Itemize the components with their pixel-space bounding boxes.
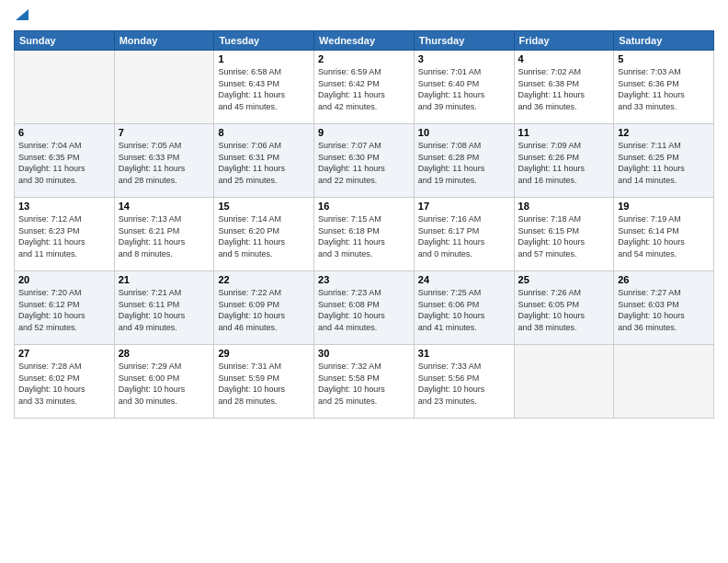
day-info: Sunrise: 7:28 AM Sunset: 6:02 PM Dayligh… [18, 361, 110, 407]
day-number: 5 [618, 53, 710, 64]
day-info: Sunrise: 7:19 AM Sunset: 6:14 PM Dayligh… [618, 213, 710, 259]
calendar-cell: 20Sunrise: 7:20 AM Sunset: 6:12 PM Dayli… [15, 271, 115, 345]
calendar-cell: 13Sunrise: 7:12 AM Sunset: 6:23 PM Dayli… [15, 198, 115, 271]
day-number: 6 [18, 127, 110, 138]
calendar-cell: 26Sunrise: 7:27 AM Sunset: 6:03 PM Dayli… [614, 271, 714, 345]
calendar-cell: 2Sunrise: 6:59 AM Sunset: 6:42 PM Daylig… [314, 51, 415, 124]
day-number: 12 [618, 127, 710, 138]
day-info: Sunrise: 7:21 AM Sunset: 6:11 PM Dayligh… [119, 287, 210, 333]
calendar-row-1: 1Sunrise: 6:58 AM Sunset: 6:43 PM Daylig… [15, 51, 714, 124]
day-info: Sunrise: 7:16 AM Sunset: 6:17 PM Dayligh… [418, 213, 510, 259]
calendar-row-3: 13Sunrise: 7:12 AM Sunset: 6:23 PM Dayli… [15, 198, 714, 271]
day-info: Sunrise: 7:23 AM Sunset: 6:08 PM Dayligh… [318, 287, 410, 333]
day-number: 1 [218, 53, 310, 64]
day-number: 22 [218, 274, 310, 285]
day-number: 29 [218, 348, 310, 359]
day-number: 11 [518, 127, 610, 138]
calendar-cell: 14Sunrise: 7:13 AM Sunset: 6:21 PM Dayli… [114, 198, 214, 271]
calendar-cell: 11Sunrise: 7:09 AM Sunset: 6:26 PM Dayli… [514, 124, 614, 198]
calendar-cell: 31Sunrise: 7:33 AM Sunset: 5:56 PM Dayli… [414, 345, 514, 419]
day-info: Sunrise: 7:12 AM Sunset: 6:23 PM Dayligh… [18, 213, 110, 259]
calendar-cell: 23Sunrise: 7:23 AM Sunset: 6:08 PM Dayli… [314, 271, 415, 345]
day-number: 30 [318, 348, 410, 359]
day-info: Sunrise: 7:03 AM Sunset: 6:36 PM Dayligh… [618, 66, 710, 112]
calendar-cell [15, 51, 115, 124]
calendar-cell: 15Sunrise: 7:14 AM Sunset: 6:20 PM Dayli… [214, 198, 314, 271]
calendar-cell: 1Sunrise: 6:58 AM Sunset: 6:43 PM Daylig… [214, 51, 314, 124]
calendar-cell: 24Sunrise: 7:25 AM Sunset: 6:06 PM Dayli… [414, 271, 514, 345]
calendar-row-2: 6Sunrise: 7:04 AM Sunset: 6:35 PM Daylig… [15, 124, 714, 198]
day-info: Sunrise: 7:01 AM Sunset: 6:40 PM Dayligh… [418, 66, 510, 112]
weekday-header-row: SundayMondayTuesdayWednesdayThursdayFrid… [15, 31, 714, 51]
weekday-header-sunday: Sunday [15, 31, 115, 51]
logo [14, 9, 28, 23]
day-number: 2 [318, 53, 410, 64]
day-info: Sunrise: 7:15 AM Sunset: 6:18 PM Dayligh… [318, 213, 410, 259]
day-number: 26 [618, 274, 710, 285]
day-number: 28 [119, 348, 210, 359]
day-info: Sunrise: 7:09 AM Sunset: 6:26 PM Dayligh… [518, 140, 610, 186]
calendar-cell: 3Sunrise: 7:01 AM Sunset: 6:40 PM Daylig… [414, 51, 514, 124]
day-info: Sunrise: 7:14 AM Sunset: 6:20 PM Dayligh… [218, 213, 310, 259]
day-info: Sunrise: 7:02 AM Sunset: 6:38 PM Dayligh… [518, 66, 610, 112]
calendar-cell: 30Sunrise: 7:32 AM Sunset: 5:58 PM Dayli… [314, 345, 415, 419]
calendar-cell [114, 51, 214, 124]
day-number: 10 [418, 127, 510, 138]
day-info: Sunrise: 7:05 AM Sunset: 6:33 PM Dayligh… [119, 140, 210, 186]
day-number: 21 [119, 274, 210, 285]
calendar-table: SundayMondayTuesdayWednesdayThursdayFrid… [14, 30, 714, 419]
day-number: 14 [119, 201, 210, 212]
day-number: 7 [119, 127, 210, 138]
calendar-cell: 21Sunrise: 7:21 AM Sunset: 6:11 PM Dayli… [114, 271, 214, 345]
calendar-cell: 10Sunrise: 7:08 AM Sunset: 6:28 PM Dayli… [414, 124, 514, 198]
day-info: Sunrise: 7:18 AM Sunset: 6:15 PM Dayligh… [518, 213, 610, 259]
calendar-row-5: 27Sunrise: 7:28 AM Sunset: 6:02 PM Dayli… [15, 345, 714, 419]
day-number: 13 [18, 201, 110, 212]
day-number: 20 [18, 274, 110, 285]
calendar-cell: 29Sunrise: 7:31 AM Sunset: 5:59 PM Dayli… [214, 345, 314, 419]
calendar-page: SundayMondayTuesdayWednesdayThursdayFrid… [0, 0, 728, 563]
calendar-cell: 22Sunrise: 7:22 AM Sunset: 6:09 PM Dayli… [214, 271, 314, 345]
weekday-header-friday: Friday [514, 31, 614, 51]
day-number: 25 [518, 274, 610, 285]
day-info: Sunrise: 7:22 AM Sunset: 6:09 PM Dayligh… [218, 287, 310, 333]
calendar-cell: 7Sunrise: 7:05 AM Sunset: 6:33 PM Daylig… [114, 124, 214, 198]
day-info: Sunrise: 7:11 AM Sunset: 6:25 PM Dayligh… [618, 140, 710, 186]
day-number: 31 [418, 348, 510, 359]
day-info: Sunrise: 7:33 AM Sunset: 5:56 PM Dayligh… [418, 361, 510, 407]
day-number: 19 [618, 201, 710, 212]
day-number: 8 [218, 127, 310, 138]
day-info: Sunrise: 7:07 AM Sunset: 6:30 PM Dayligh… [318, 140, 410, 186]
day-number: 16 [318, 201, 410, 212]
day-info: Sunrise: 7:08 AM Sunset: 6:28 PM Dayligh… [418, 140, 510, 186]
weekday-header-saturday: Saturday [614, 31, 714, 51]
day-number: 18 [518, 201, 610, 212]
day-info: Sunrise: 7:32 AM Sunset: 5:58 PM Dayligh… [318, 361, 410, 407]
calendar-cell: 9Sunrise: 7:07 AM Sunset: 6:30 PM Daylig… [314, 124, 415, 198]
calendar-cell: 28Sunrise: 7:29 AM Sunset: 6:00 PM Dayli… [114, 345, 214, 419]
calendar-cell: 6Sunrise: 7:04 AM Sunset: 6:35 PM Daylig… [15, 124, 115, 198]
day-info: Sunrise: 7:31 AM Sunset: 5:59 PM Dayligh… [218, 361, 310, 407]
svg-marker-0 [16, 9, 28, 20]
calendar-cell: 25Sunrise: 7:26 AM Sunset: 6:05 PM Dayli… [514, 271, 614, 345]
day-number: 3 [418, 53, 510, 64]
day-info: Sunrise: 7:04 AM Sunset: 6:35 PM Dayligh… [18, 140, 110, 186]
weekday-header-tuesday: Tuesday [214, 31, 314, 51]
weekday-header-wednesday: Wednesday [314, 31, 415, 51]
calendar-cell: 8Sunrise: 7:06 AM Sunset: 6:31 PM Daylig… [214, 124, 314, 198]
day-number: 27 [18, 348, 110, 359]
day-number: 17 [418, 201, 510, 212]
weekday-header-thursday: Thursday [414, 31, 514, 51]
calendar-row-4: 20Sunrise: 7:20 AM Sunset: 6:12 PM Dayli… [15, 271, 714, 345]
day-info: Sunrise: 7:27 AM Sunset: 6:03 PM Dayligh… [618, 287, 710, 333]
day-info: Sunrise: 7:13 AM Sunset: 6:21 PM Dayligh… [119, 213, 210, 259]
calendar-cell: 4Sunrise: 7:02 AM Sunset: 6:38 PM Daylig… [514, 51, 614, 124]
calendar-cell: 18Sunrise: 7:18 AM Sunset: 6:15 PM Dayli… [514, 198, 614, 271]
day-number: 4 [518, 53, 610, 64]
day-number: 15 [218, 201, 310, 212]
day-number: 24 [418, 274, 510, 285]
calendar-cell: 5Sunrise: 7:03 AM Sunset: 6:36 PM Daylig… [614, 51, 714, 124]
calendar-cell: 27Sunrise: 7:28 AM Sunset: 6:02 PM Dayli… [15, 345, 115, 419]
day-info: Sunrise: 7:06 AM Sunset: 6:31 PM Dayligh… [218, 140, 310, 186]
logo-triangle [16, 9, 28, 23]
